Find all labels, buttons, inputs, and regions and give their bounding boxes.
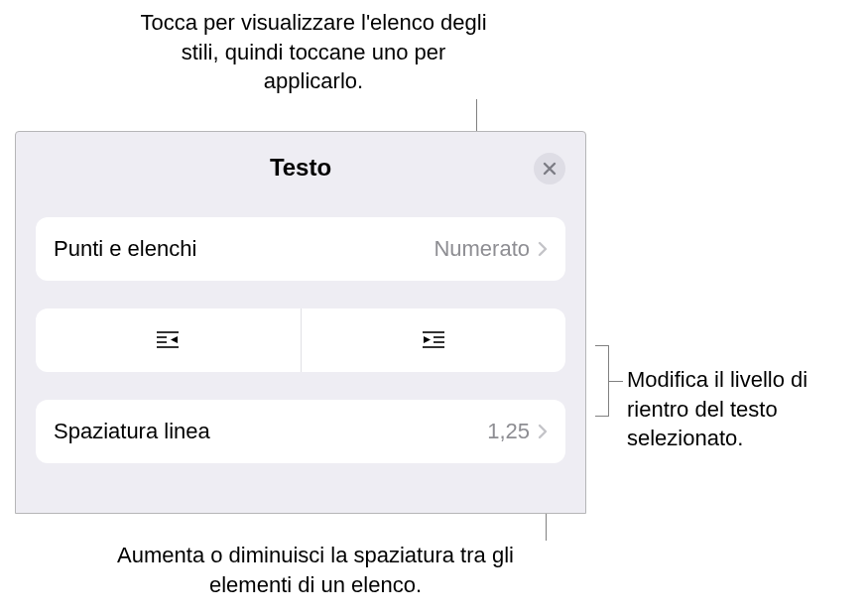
outdent-icon	[156, 330, 180, 350]
line-spacing-row[interactable]: Spaziatura linea 1,25	[36, 400, 565, 463]
outdent-button[interactable]	[36, 308, 302, 372]
panel-title: Testo	[270, 154, 331, 182]
bullets-lists-label: Punti e elenchi	[54, 236, 434, 262]
indent-button[interactable]	[302, 308, 566, 372]
close-icon	[543, 162, 557, 176]
chevron-right-icon	[538, 241, 548, 257]
panel-rows: Punti e elenchi Numerato	[16, 217, 585, 463]
line-spacing-label: Spaziatura linea	[54, 419, 487, 444]
indent-icon	[422, 330, 445, 350]
callout-line-spacing: Aumenta o diminuisci la spaziatura tra g…	[82, 541, 549, 599]
callout-indent-level: Modifica il livello di rientro del testo…	[627, 365, 855, 453]
panel-header: Testo	[16, 132, 585, 203]
chevron-right-icon	[538, 424, 548, 439]
callout-styles-list: Tocca per visualizzare l'elenco degli st…	[135, 8, 492, 96]
indent-controls-row	[36, 308, 565, 372]
bullets-lists-value: Numerato	[434, 236, 530, 262]
leader-bracket-right	[595, 345, 609, 417]
line-spacing-value: 1,25	[487, 419, 530, 444]
text-format-panel: Testo Punti e elenchi Numerato	[15, 131, 586, 514]
bullets-lists-row[interactable]: Punti e elenchi Numerato	[36, 217, 565, 281]
leader-bracket-stem	[609, 381, 623, 382]
close-button[interactable]	[534, 153, 565, 184]
